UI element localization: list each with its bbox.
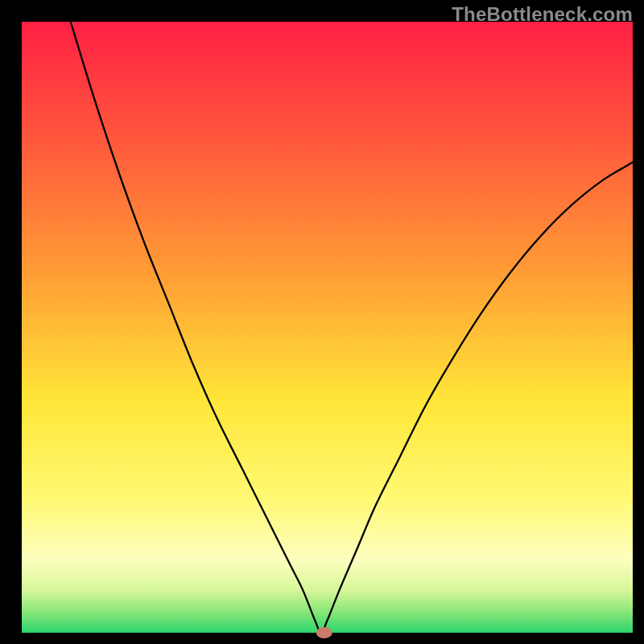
chart-frame: { "watermark": "TheBottleneck.com", "cha… (0, 0, 644, 644)
watermark-text: TheBottleneck.com (452, 3, 633, 26)
bottleneck-chart (0, 0, 644, 644)
plot-background (22, 22, 633, 633)
optimum-marker (316, 627, 332, 638)
